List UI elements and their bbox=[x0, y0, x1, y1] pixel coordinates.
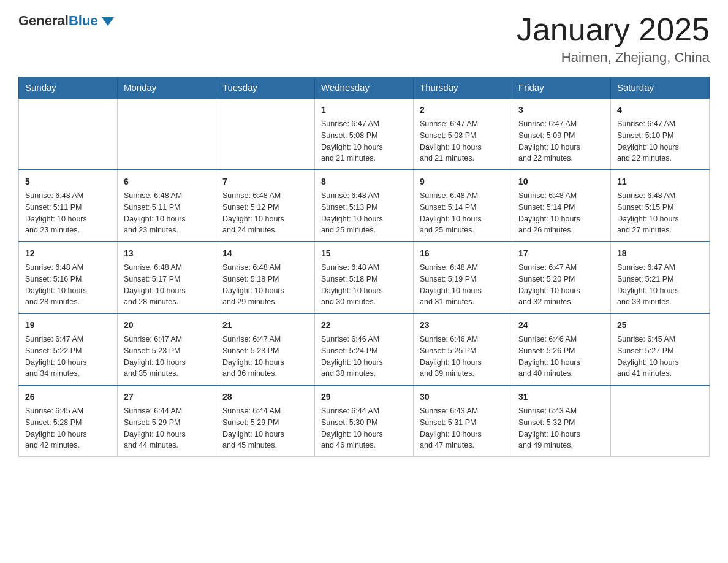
day-number: 10 bbox=[518, 175, 604, 188]
day-info: and 34 minutes. bbox=[25, 368, 111, 380]
day-info: Sunrise: 6:48 AM bbox=[617, 190, 703, 202]
day-info: and 38 minutes. bbox=[321, 368, 407, 380]
day-info: Sunrise: 6:48 AM bbox=[518, 190, 604, 202]
calendar-subtitle: Haimen, Zhejiang, China bbox=[517, 50, 710, 66]
calendar-cell: 31Sunrise: 6:43 AMSunset: 5:32 PMDayligh… bbox=[512, 385, 611, 457]
calendar-cell: 15Sunrise: 6:48 AMSunset: 5:18 PMDayligh… bbox=[315, 242, 414, 313]
day-info: and 29 minutes. bbox=[222, 296, 308, 308]
day-info: and 25 minutes. bbox=[420, 224, 506, 236]
day-info: Sunrise: 6:45 AM bbox=[25, 405, 111, 417]
day-number: 25 bbox=[617, 319, 703, 332]
calendar-cell: 6Sunrise: 6:48 AMSunset: 5:11 PMDaylight… bbox=[118, 170, 216, 242]
day-info: Sunrise: 6:45 AM bbox=[617, 334, 703, 345]
day-info: Sunset: 5:14 PM bbox=[518, 202, 604, 213]
day-info: Sunset: 5:24 PM bbox=[321, 345, 407, 357]
day-info: Sunrise: 6:47 AM bbox=[617, 118, 703, 130]
day-number: 17 bbox=[518, 247, 604, 260]
day-info: and 21 minutes. bbox=[420, 153, 506, 164]
day-info: Sunset: 5:11 PM bbox=[25, 202, 111, 213]
day-number: 19 bbox=[25, 319, 111, 332]
day-info: and 26 minutes. bbox=[518, 224, 604, 236]
day-number: 9 bbox=[420, 175, 506, 188]
day-info: and 22 minutes. bbox=[518, 153, 604, 164]
day-number: 7 bbox=[222, 175, 308, 188]
day-info: Daylight: 10 hours bbox=[617, 357, 703, 369]
day-info: Sunrise: 6:48 AM bbox=[25, 262, 111, 274]
day-info: and 23 minutes. bbox=[124, 224, 210, 236]
day-info: Daylight: 10 hours bbox=[518, 285, 604, 297]
day-info: Sunset: 5:19 PM bbox=[420, 274, 506, 285]
day-info: Daylight: 10 hours bbox=[321, 213, 407, 225]
day-info: and 24 minutes. bbox=[222, 224, 308, 236]
calendar-cell: 1Sunrise: 6:47 AMSunset: 5:08 PMDaylight… bbox=[315, 98, 414, 170]
day-info: Sunrise: 6:46 AM bbox=[321, 334, 407, 345]
day-info: Sunset: 5:18 PM bbox=[321, 274, 407, 285]
day-info: and 46 minutes. bbox=[321, 440, 407, 451]
day-number: 16 bbox=[420, 247, 506, 260]
day-info: Sunrise: 6:47 AM bbox=[617, 262, 703, 274]
day-number: 30 bbox=[420, 391, 506, 404]
day-info: and 40 minutes. bbox=[518, 368, 604, 380]
day-info: Daylight: 10 hours bbox=[420, 213, 506, 225]
day-info: Daylight: 10 hours bbox=[124, 429, 210, 440]
calendar-cell: 21Sunrise: 6:47 AMSunset: 5:23 PMDayligh… bbox=[216, 313, 315, 385]
day-number: 26 bbox=[25, 391, 111, 404]
calendar-cell: 10Sunrise: 6:48 AMSunset: 5:14 PMDayligh… bbox=[512, 170, 611, 242]
day-info: Sunrise: 6:48 AM bbox=[25, 190, 111, 202]
day-info: Sunrise: 6:48 AM bbox=[321, 262, 407, 274]
day-info: and 42 minutes. bbox=[25, 440, 111, 451]
calendar-cell: 9Sunrise: 6:48 AMSunset: 5:14 PMDaylight… bbox=[414, 170, 512, 242]
calendar-cell: 24Sunrise: 6:46 AMSunset: 5:26 PMDayligh… bbox=[512, 313, 611, 385]
day-info: Daylight: 10 hours bbox=[124, 213, 210, 225]
day-info: Daylight: 10 hours bbox=[420, 285, 506, 297]
calendar-cell: 27Sunrise: 6:44 AMSunset: 5:29 PMDayligh… bbox=[118, 385, 216, 457]
day-info: Sunrise: 6:44 AM bbox=[321, 405, 407, 417]
calendar-cell: 12Sunrise: 6:48 AMSunset: 5:16 PMDayligh… bbox=[19, 242, 118, 313]
day-number: 27 bbox=[124, 391, 210, 404]
day-info: and 23 minutes. bbox=[25, 224, 111, 236]
day-info: Daylight: 10 hours bbox=[25, 285, 111, 297]
day-number: 28 bbox=[222, 391, 308, 404]
calendar-cell: 3Sunrise: 6:47 AMSunset: 5:09 PMDaylight… bbox=[512, 98, 611, 170]
day-info: Sunset: 5:11 PM bbox=[124, 202, 210, 213]
day-info: Sunrise: 6:47 AM bbox=[222, 334, 308, 345]
day-info: Sunset: 5:09 PM bbox=[518, 130, 604, 142]
day-info: Sunset: 5:21 PM bbox=[617, 274, 703, 285]
day-info: Sunset: 5:23 PM bbox=[124, 345, 210, 357]
day-info: Daylight: 10 hours bbox=[321, 357, 407, 369]
day-number: 29 bbox=[321, 391, 407, 404]
calendar-cell: 25Sunrise: 6:45 AMSunset: 5:27 PMDayligh… bbox=[611, 313, 710, 385]
calendar-cell bbox=[611, 385, 710, 457]
calendar-week-row: 12Sunrise: 6:48 AMSunset: 5:16 PMDayligh… bbox=[19, 242, 710, 313]
day-info: and 44 minutes. bbox=[124, 440, 210, 451]
weekday-header-saturday: Saturday bbox=[611, 77, 710, 99]
day-info: Sunset: 5:08 PM bbox=[321, 130, 407, 142]
day-info: and 25 minutes. bbox=[321, 224, 407, 236]
day-number: 5 bbox=[25, 175, 111, 188]
day-info: and 28 minutes. bbox=[124, 296, 210, 308]
day-number: 22 bbox=[321, 319, 407, 332]
day-info: Sunrise: 6:48 AM bbox=[124, 190, 210, 202]
day-number: 8 bbox=[321, 175, 407, 188]
calendar-cell: 28Sunrise: 6:44 AMSunset: 5:29 PMDayligh… bbox=[216, 385, 315, 457]
calendar-cell: 19Sunrise: 6:47 AMSunset: 5:22 PMDayligh… bbox=[19, 313, 118, 385]
day-info: Daylight: 10 hours bbox=[617, 142, 703, 153]
day-info: Sunset: 5:31 PM bbox=[420, 417, 506, 429]
day-info: Daylight: 10 hours bbox=[321, 429, 407, 440]
day-info: and 31 minutes. bbox=[420, 296, 506, 308]
day-info: Sunset: 5:17 PM bbox=[124, 274, 210, 285]
calendar-cell: 5Sunrise: 6:48 AMSunset: 5:11 PMDaylight… bbox=[19, 170, 118, 242]
day-info: Daylight: 10 hours bbox=[222, 213, 308, 225]
calendar-cell: 7Sunrise: 6:48 AMSunset: 5:12 PMDaylight… bbox=[216, 170, 315, 242]
day-info: Sunset: 5:13 PM bbox=[321, 202, 407, 213]
day-number: 31 bbox=[518, 391, 604, 404]
logo-triangle-icon bbox=[99, 12, 116, 29]
calendar-week-row: 1Sunrise: 6:47 AMSunset: 5:08 PMDaylight… bbox=[19, 98, 710, 170]
svg-marker-0 bbox=[102, 17, 114, 26]
day-number: 18 bbox=[617, 247, 703, 260]
calendar-cell: 4Sunrise: 6:47 AMSunset: 5:10 PMDaylight… bbox=[611, 98, 710, 170]
day-info: Daylight: 10 hours bbox=[518, 357, 604, 369]
day-info: Sunset: 5:23 PM bbox=[222, 345, 308, 357]
calendar-week-row: 26Sunrise: 6:45 AMSunset: 5:28 PMDayligh… bbox=[19, 385, 710, 457]
weekday-header-tuesday: Tuesday bbox=[216, 77, 315, 99]
